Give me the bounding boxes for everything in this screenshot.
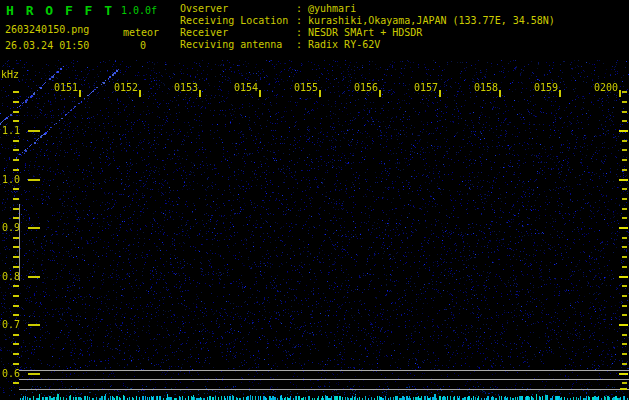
freq-minor-tick-right [622,140,627,142]
info-colon: : [296,15,308,27]
freq-minor-tick [13,188,19,190]
freq-minor-tick [13,91,19,93]
freq-minor-tick-right [622,363,627,365]
freq-major-tick [28,324,40,326]
info-value: Radix RY-62V [308,39,380,51]
bottom-right-tick [620,388,627,390]
info-row: Ovserver:@yuhmari [180,3,555,15]
freq-minor-tick-right [622,169,627,171]
time-tick [199,90,201,97]
freq-minor-tick [13,101,19,103]
freq-minor-tick-right [622,266,627,268]
time-tick [79,90,81,97]
freq-minor-tick [13,140,19,142]
freq-major-tick-right [619,130,628,132]
freq-minor-tick-right [622,120,627,122]
freq-minor-tick [13,353,19,355]
info-row: Receiver:NESDR SMArt + HDSDR [180,27,555,39]
freq-minor-tick-right [622,314,627,316]
time-label: 0156 [353,83,378,93]
info-label: Receiving Location [180,15,296,27]
time-label: 0200 [593,83,618,93]
info-colon: : [296,3,308,15]
app-version: 1.0.0f [121,5,157,16]
freq-minor-tick-right [622,334,627,336]
freq-minor-tick-right [622,208,627,210]
freq-minor-tick [13,169,19,171]
freq-major-tick [28,276,40,278]
freq-major-tick-right [619,324,628,326]
freq-minor-tick [13,120,19,122]
freq-minor-tick-right [622,382,627,384]
freq-minor-tick-right [622,343,627,345]
freq-minor-tick [13,111,19,113]
info-value: @yuhmari [308,3,356,15]
time-label: 0157 [413,83,438,93]
freq-label: 0.7 [2,320,20,330]
freq-minor-tick [13,343,19,345]
time-tick [139,90,141,97]
time-tick [259,90,261,97]
freq-minor-tick [13,198,19,200]
filename: 2603240150.png [5,24,89,35]
time-tick [319,90,321,97]
freq-minor-tick-right [622,198,627,200]
freq-minor-tick-right [622,217,627,219]
freq-label: 0.6 [2,369,20,379]
freq-minor-tick-right [622,305,627,307]
time-tick [559,90,561,97]
freq-minor-tick [13,295,19,297]
freq-minor-tick-right [622,237,627,239]
freq-minor-tick [13,285,19,287]
freq-major-tick [28,179,40,181]
hrofft-screen: H R O F F T 1.0.0f 2603240150.png meteor… [0,0,629,400]
left-scale-bar [19,204,20,281]
freq-minor-tick-right [622,159,627,161]
freq-minor-tick-right [622,295,627,297]
time-tick [439,90,441,97]
info-colon: : [296,39,308,51]
freq-axis-unit: kHz [1,70,19,80]
info-label: Recviving antenna [180,39,296,51]
meteor-count: 0 [140,40,146,51]
freq-major-tick-right [619,373,628,375]
freq-major-tick [28,130,40,132]
info-row: Recviving antenna:Radix RY-62V [180,39,555,51]
freq-minor-tick [13,305,19,307]
freq-minor-tick-right [622,256,627,258]
info-value: kurashiki,Okayama,JAPAN (133.77E, 34.58N… [308,15,555,27]
info-label: Ovserver [180,3,296,15]
app-title: H R O F F T [6,3,114,18]
info-colon: : [296,27,308,39]
time-tick [499,90,501,97]
freq-minor-tick-right [622,285,627,287]
time-label: 0151 [53,83,78,93]
freq-minor-tick-right [622,188,627,190]
freq-minor-tick [13,314,19,316]
time-label: 0158 [473,83,498,93]
freq-minor-tick-right [622,101,627,103]
receiver-info: Ovserver:@yuhmariReceiving Location:kura… [180,3,555,51]
time-label: 0152 [113,83,138,93]
freq-minor-tick-right [622,149,627,151]
time-label: 0155 [293,83,318,93]
time-label: 0159 [533,83,558,93]
freq-label: 1.1 [2,126,20,136]
freq-label: 0.8 [2,272,20,282]
freq-major-tick-right [619,227,628,229]
freq-minor-tick [13,363,19,365]
reference-line-lower [19,389,629,390]
time-label: 0154 [233,83,258,93]
freq-minor-tick [13,149,19,151]
freq-minor-tick-right [622,353,627,355]
reference-line-upper [19,370,629,371]
info-label: Receiver [180,27,296,39]
freq-minor-tick [13,159,19,161]
time-tick [379,90,381,97]
file-datetime: 26.03.24 01:50 [5,40,89,51]
time-label: 0153 [173,83,198,93]
freq-label: 1.0 [2,175,20,185]
freq-major-tick-right [619,276,628,278]
freq-minor-tick-right [622,91,627,93]
info-value: NESDR SMArt + HDSDR [308,27,422,39]
